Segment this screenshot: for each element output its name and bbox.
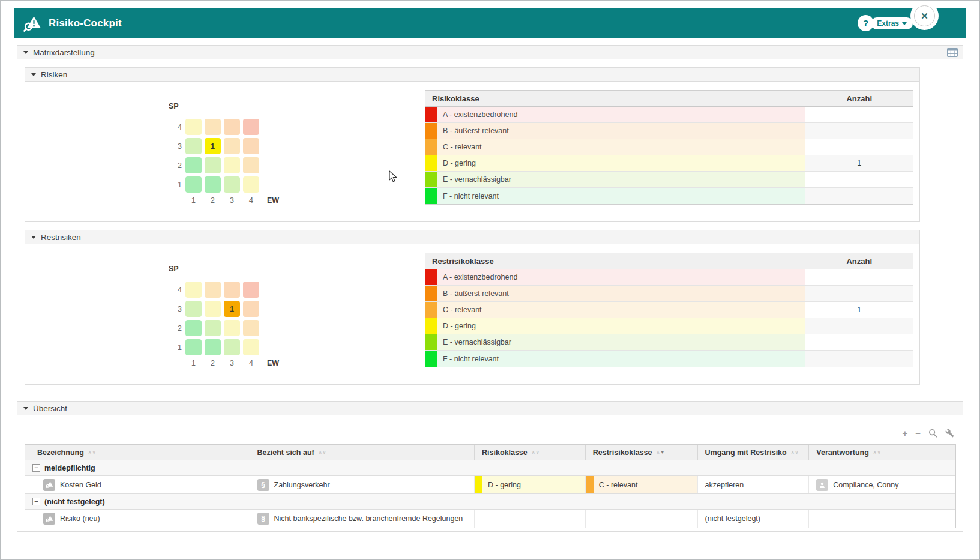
row-tick: 2 [171,157,182,173]
cell-bezieht-sich-auf: Nicht bankspezifische bzw. branchenfremd… [274,514,463,523]
paragraph-icon: § [257,513,269,525]
class-count [805,188,913,204]
matrix-row-labels: 4 3 2 1 [171,282,182,355]
uebersicht-body: + − Bezeichnung ∧∨ Bezieht sich auf ∧∨ [17,415,963,532]
class-color-swatch [425,107,437,122]
chevron-down-icon [902,22,907,25]
matrix-cell [205,176,221,193]
sort-asc-icon[interactable]: ∧ [319,450,323,455]
risiko-item-icon [43,479,55,491]
group-row-meldepflichtig[interactable]: − meldepflichtig [25,460,955,476]
risikoklasse-table: Risikoklasse Anzahl A - existenzbedrohen… [425,90,913,205]
matrix-cell [185,339,202,355]
extras-button[interactable]: Extras [871,17,913,29]
risikoklasse-table-header: Risikoklasse Anzahl [425,91,913,107]
section-title: Übersicht [33,404,67,413]
class-column-header: Restrisikoklasse [425,253,805,269]
subsection-title: Risiken [41,70,67,79]
collapse-group-icon[interactable]: − [32,498,40,505]
class-count [805,269,913,285]
restrisiken-matrix: SP 4 3 2 1 1 [160,261,304,381]
column-header-bezeichnung[interactable]: Bezeichnung ∧∨ [25,445,250,460]
sort-asc-icon[interactable]: ∧ [873,450,877,455]
matrix-cell [185,119,202,135]
sort-desc-icon[interactable]: ∨ [323,450,327,455]
restrisikoklasse-table-header: Restrisikoklasse Anzahl [425,253,913,269]
matrixdarstellung-header[interactable]: Matrixdarstellung [17,45,963,59]
close-button[interactable]: ✕ [914,5,935,26]
class-label: C - relevant [437,139,805,155]
sort-asc-icon[interactable]: ∧ [656,450,660,455]
matrix-cell [185,301,202,317]
matrix-cell [205,282,221,298]
table-row-kosten-geld[interactable]: Kosten Geld § Zahlungsverkehr D - gering… [25,476,955,494]
sort-desc-icon[interactable]: ∨ [92,450,97,455]
class-label: B - äußerst relevant [437,123,805,139]
class-count [805,123,913,139]
sort-asc-icon[interactable]: ∧ [532,450,536,455]
cell-risikoklasse: D - gering [488,481,521,489]
matrix-cell [243,157,259,173]
sort-desc-active-icon[interactable]: ▼ [660,450,665,454]
collapse-group-icon[interactable]: − [32,464,40,472]
count-column-header: Anzahl [805,253,913,269]
matrix-cell [185,320,202,336]
sort-desc-icon[interactable]: ∨ [536,450,540,455]
col-tick: 1 [185,196,202,205]
uebersicht-table-header: Bezeichnung ∧∨ Bezieht sich auf ∧∨ Risik… [25,445,955,460]
restrisiken-header[interactable]: Restrisiken [25,230,920,244]
group-row-nicht-festgelegt[interactable]: − (nicht festgelegt) [25,494,955,510]
matrix-cell [185,282,202,298]
sort-asc-icon[interactable]: ∧ [88,450,92,455]
group-label: (nicht festgelegt) [44,498,105,506]
class-color-swatch [425,155,437,171]
matrix-y-axis-label: SP [169,102,179,110]
matrix-cell [224,320,240,336]
table-row: E - vernachlässigbar [425,334,913,351]
risiken-header[interactable]: Risiken [25,67,920,82]
sort-desc-icon[interactable]: ∨ [795,450,799,455]
class-color-swatch [425,172,437,187]
table-view-icon[interactable] [947,48,958,57]
matrix-cell [205,320,221,336]
matrix-row-labels: 4 3 2 1 [171,119,182,193]
table-row: B - äußerst relevant [425,286,913,302]
column-header-restrisikoklasse[interactable]: Restrisikoklasse ∧▼ [586,445,698,460]
class-color-swatch [425,334,437,350]
class-label: B - äußerst relevant [437,286,805,301]
class-count [805,334,913,350]
search-icon[interactable] [928,429,937,438]
column-header-risikoklasse[interactable]: Risikoklasse ∧∨ [475,445,586,460]
class-color-swatch [425,139,437,155]
cell-bezieht-sich-auf: Zahlungsverkehr [274,481,330,489]
matrixdarstellung-body: Risiken SP 4 3 2 1 [17,59,963,391]
column-header-umgang-mit-restrisiko[interactable]: Umgang mit Restrisiko ∧∨ [698,445,810,460]
matrix-x-axis-label: EW [267,359,279,367]
matrix-cell [205,301,221,317]
person-icon [816,479,828,491]
matrix-cell [185,138,202,154]
uebersicht-header[interactable]: Übersicht [17,401,963,415]
extras-label: Extras [877,19,899,28]
class-count [805,286,913,301]
collapse-all-icon[interactable]: − [915,429,921,438]
class-count: 1 [805,302,913,318]
table-row-risiko-neu[interactable]: Risiko (neu) § Nicht bankspezifische bzw… [25,510,955,528]
settings-wrench-icon[interactable] [945,429,954,438]
sort-desc-icon[interactable]: ∨ [877,450,882,455]
cell-bezeichnung: Kosten Geld [60,481,101,489]
expand-all-icon[interactable]: + [902,429,907,438]
count-column-header: Anzahl [805,91,913,106]
column-header-verantwortung[interactable]: Verantwortung ∧∨ [809,445,955,460]
class-label: D - gering [437,155,805,171]
column-header-bezieht-sich-auf[interactable]: Bezieht sich auf ∧∨ [250,445,475,460]
matrix-cell [243,119,259,135]
sort-asc-icon[interactable]: ∧ [791,450,795,455]
uebersicht-table: Bezeichnung ∧∨ Bezieht sich auf ∧∨ Risik… [25,444,956,528]
matrix-cell [243,176,259,193]
matrix-cell [243,320,259,336]
matrixdarstellung-section: Matrixdarstellung Risiken SP 4 3 [17,45,963,391]
cell-bezeichnung: Risiko (neu) [60,514,100,523]
matrix-cell [243,339,259,355]
class-label: A - existenzbedrohend [437,269,805,285]
